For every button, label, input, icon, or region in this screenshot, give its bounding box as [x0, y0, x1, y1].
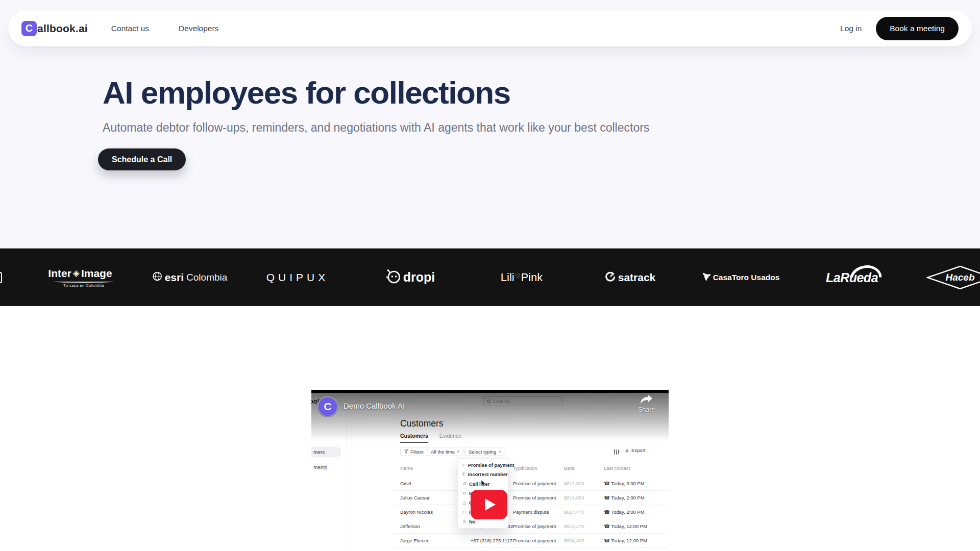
- cell-last-contact: ☎ Today, 2:00 PM: [604, 505, 645, 519]
- sidebar-item-label: ments: [313, 465, 327, 470]
- dropdown-option-label: Promise of payment: [468, 462, 514, 468]
- phone-x-icon: ✆: [462, 472, 465, 477]
- column-settings-button[interactable]: [614, 448, 620, 457]
- warning-icon: △: [462, 500, 467, 505]
- app-screenshot: ook Look for... mersments Customers Cust…: [311, 393, 669, 551]
- heart-icon: ♡: [515, 272, 521, 280]
- play-icon: [485, 498, 496, 511]
- logo-text: Pink: [521, 271, 543, 284]
- sidebar-item-mers[interactable]: mers: [311, 447, 341, 457]
- logo-text: Colombia: [186, 272, 227, 283]
- book-meeting-button[interactable]: Book a meeting: [876, 17, 959, 40]
- table-row[interactable]: Jefferson+57 (324) 394 8142Promise of pa…: [393, 519, 669, 534]
- play-button[interactable]: [471, 490, 507, 519]
- cell-debt: $613,313: [564, 548, 584, 551]
- diamond-icon: ◈: [73, 268, 80, 279]
- cell-last-contact: ☎ Today, 2:00 PM: [604, 491, 645, 505]
- dropdown-option[interactable]: ✆Incorrect number: [458, 470, 508, 480]
- share-label: Share: [638, 406, 655, 413]
- filters-label: Filters: [410, 449, 424, 455]
- brand-name: allbook.ai: [37, 22, 88, 35]
- table-row[interactable]: Haroldo+57 (311) 556 5689Promise of paym…: [393, 548, 669, 551]
- globe-icon: [153, 271, 162, 283]
- cell-name: Haroldo: [400, 548, 417, 551]
- tab-customers[interactable]: Customers: [400, 433, 428, 443]
- robot-icon: [386, 269, 401, 286]
- logo-text: Image: [81, 267, 112, 280]
- logo-casatoro: CasaToro Usados: [703, 272, 780, 283]
- table-row[interactable]: Julius CaesarPromise of payment$614,859☎…: [393, 491, 669, 505]
- sidebar-item-label: mers: [313, 449, 325, 455]
- cell-name: Jorge Eliecer: [400, 534, 428, 548]
- cell-phone: +57 (311) 556 5689: [471, 548, 513, 551]
- cell-typification: Promise of payment: [513, 519, 556, 534]
- typing-filter-dropdown[interactable]: Select typing ∧: [464, 447, 505, 456]
- cell-debt: $604,493: [564, 534, 584, 548]
- download-icon: [625, 448, 629, 453]
- tab-evidence[interactable]: Evidence: [439, 433, 461, 443]
- time-filter-label: All the time: [431, 449, 455, 455]
- channel-avatar[interactable]: C: [317, 396, 338, 417]
- logo-text: Inter: [48, 267, 71, 280]
- nav-link-contact-us[interactable]: Contact us: [111, 24, 149, 33]
- funnel-icon: [404, 449, 408, 454]
- app-tabs: CustomersEvidence: [400, 433, 461, 443]
- busy-icon: ⊘: [462, 491, 467, 495]
- cell-typification: Payment dispute: [513, 505, 549, 519]
- search-placeholder: Look for...: [493, 399, 513, 404]
- cut-logo-fragment: [0, 272, 2, 283]
- typing-filter-label: Select typing: [469, 449, 496, 455]
- logo-larueda: LaRueda: [826, 270, 878, 285]
- cell-debt: $614,470: [564, 519, 584, 534]
- logo-esri: esriColombia: [153, 271, 228, 284]
- cell-debt: $614,470: [564, 505, 584, 519]
- table-header-Name: Name: [400, 465, 413, 471]
- table-header-Last contact: Last contact: [604, 465, 630, 471]
- table-row[interactable]: GiselPromise of payment$612,023☎ Today, …: [393, 477, 669, 491]
- time-filter-dropdown[interactable]: All the time ∨: [427, 447, 463, 456]
- sidebar-item-ments[interactable]: ments: [311, 462, 341, 472]
- clock-icon: ⊙: [462, 510, 467, 514]
- nav-links: Contact usDevelopers: [111, 24, 219, 33]
- customer-logo-strip: Inter◈ImageTu casa en ColombiaesriColomb…: [0, 248, 980, 306]
- video-title[interactable]: Demo Callbook AI: [344, 402, 405, 410]
- orbit-icon: [605, 271, 616, 284]
- logo-text: dropi: [403, 270, 435, 285]
- brand-logo[interactable]: C allbook.ai: [21, 21, 88, 36]
- app-sidebar: mersments: [311, 409, 347, 551]
- navbar: C allbook.ai Contact usDevelopers Log in…: [8, 10, 972, 46]
- wheel-arc-icon: [850, 264, 882, 280]
- divider: [347, 442, 669, 442]
- brand-badge-icon: C: [21, 21, 37, 36]
- logo-text: esri: [165, 271, 184, 284]
- app-search-input[interactable]: Look for...: [483, 396, 563, 406]
- schedule-call-button[interactable]: Schedule a Call: [98, 148, 186, 170]
- cell-name: Gisel: [400, 477, 411, 491]
- table-row[interactable]: Jorge Eliecer+57 (318) 276 1117Promise o…: [393, 534, 669, 548]
- login-link[interactable]: Log in: [840, 24, 862, 33]
- logo-text: QUIPUX: [266, 271, 329, 284]
- check-icon: ✓: [462, 463, 465, 467]
- filters-button[interactable]: Filters: [400, 447, 428, 456]
- dropdown-option-label: Call later: [469, 481, 489, 487]
- cell-debt: $614,859: [564, 491, 584, 505]
- cell-name: Julius Caesar: [400, 491, 430, 505]
- table-row[interactable]: Bayron NicolasPayment dispute$614,470☎ T…: [393, 505, 669, 519]
- share-icon: [640, 394, 653, 405]
- page-title: AI employees for collections: [103, 74, 510, 111]
- app-page-title: Customers: [400, 418, 444, 429]
- share-button[interactable]: Share: [638, 394, 655, 413]
- redo-icon: ↺: [462, 482, 467, 486]
- dropdown-option-label: No: [469, 519, 476, 524]
- export-button[interactable]: Export: [625, 447, 645, 453]
- dropdown-option[interactable]: ✓Promise of payment: [458, 460, 508, 470]
- mouse-cursor: [481, 480, 486, 487]
- cell-typification: Promise of payment: [513, 491, 556, 505]
- nav-link-developers[interactable]: Developers: [179, 24, 218, 33]
- demo-video-player[interactable]: ook Look for... mersments Customers Cust…: [311, 390, 669, 551]
- logo-haceb: Haceb: [926, 265, 980, 290]
- logo-text: Haceb: [945, 272, 974, 283]
- cell-phone: +57 (318) 276 1117: [471, 534, 512, 548]
- cell-last-contact: ☎ Today, 12:00 PM: [604, 519, 647, 534]
- cell-debt: $612,023: [564, 477, 584, 491]
